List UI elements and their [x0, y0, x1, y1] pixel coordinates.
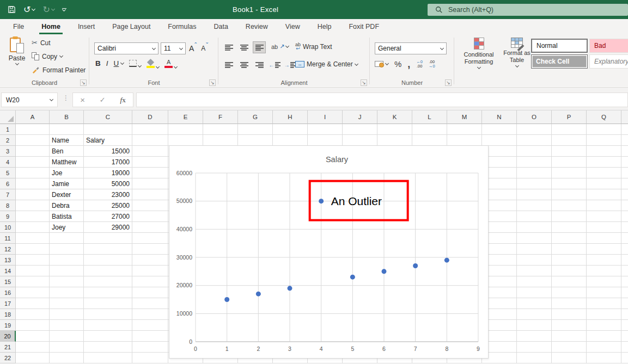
cell-Q6[interactable] [587, 178, 621, 189]
select-all-button[interactable] [0, 110, 16, 124]
cell-x16[interactable] [621, 287, 628, 298]
copy-button[interactable]: Copy [32, 52, 63, 60]
save-button[interactable] [8, 5, 16, 14]
cell-C8[interactable]: 25000 [84, 200, 132, 211]
cell-D2[interactable] [132, 135, 168, 146]
cell-x2[interactable] [621, 135, 628, 146]
cell-D3[interactable] [132, 146, 168, 157]
customize-quick-access-button[interactable] [62, 8, 66, 11]
cell-C19[interactable] [84, 320, 132, 331]
format-as-table-button[interactable]: Format as Table [501, 38, 533, 67]
column-header-N[interactable]: N [482, 110, 517, 124]
decrease-decimal-button[interactable]: .00→0 [429, 60, 435, 69]
enter-button[interactable]: ✓ [100, 96, 106, 104]
cell-B6[interactable]: Jamie [50, 178, 84, 189]
cell-O7[interactable] [517, 189, 552, 200]
cell-B13[interactable] [50, 255, 84, 266]
cell-E1[interactable] [168, 124, 203, 135]
column-header-D[interactable]: D [132, 110, 168, 124]
cell-B1[interactable] [50, 124, 84, 135]
row-header-16[interactable]: 16 [0, 287, 16, 298]
cell-Q2[interactable] [587, 135, 621, 146]
cell-x19[interactable] [621, 320, 628, 331]
insert-function-button[interactable]: fx [120, 96, 126, 104]
cell-I2[interactable] [308, 135, 343, 146]
cell-L1[interactable] [412, 124, 447, 135]
cell-Q4[interactable] [587, 157, 621, 168]
cell-Q1[interactable] [587, 124, 621, 135]
column-header-O[interactable]: O [517, 110, 552, 124]
row-header-3[interactable]: 3 [0, 146, 16, 157]
cell-A15[interactable] [16, 276, 50, 287]
cell-C7[interactable]: 23000 [84, 189, 132, 200]
cell-G2[interactable] [238, 135, 273, 146]
cell-B16[interactable] [50, 287, 84, 298]
column-header-C[interactable]: C [84, 110, 132, 124]
italic-button[interactable]: I [106, 59, 108, 67]
decrease-indent-button[interactable]: ← [268, 59, 281, 71]
cell-x14[interactable] [621, 266, 628, 276]
increase-indent-button[interactable]: → [283, 59, 296, 71]
font-name-select[interactable]: Calibri [94, 42, 158, 54]
tab-help[interactable]: Help [309, 19, 340, 34]
chevron-down-icon[interactable] [385, 61, 389, 65]
cell-M1[interactable] [447, 124, 482, 135]
row-header-4[interactable]: 4 [0, 157, 16, 168]
cell-O15[interactable] [517, 276, 552, 287]
cell-x3[interactable] [621, 146, 628, 157]
tab-formulas[interactable]: Formulas [159, 19, 205, 34]
cell-D16[interactable] [132, 287, 168, 298]
cell-B7[interactable]: Dexter [50, 189, 84, 200]
cell-Q13[interactable] [587, 255, 621, 266]
cell-O18[interactable] [517, 309, 552, 320]
cell-N1[interactable] [482, 124, 517, 135]
cancel-button[interactable]: × [80, 95, 85, 104]
chevron-down-icon[interactable] [138, 64, 142, 67]
cell-C20[interactable] [84, 331, 132, 342]
cell-O19[interactable] [517, 320, 552, 331]
cell-A14[interactable] [16, 266, 50, 276]
cell-O13[interactable] [517, 255, 552, 266]
scatter-point[interactable] [288, 286, 292, 291]
number-format-select[interactable]: General [375, 42, 447, 54]
tab-insert[interactable]: Insert [69, 19, 103, 34]
cell-x18[interactable] [621, 309, 628, 320]
scatter-point[interactable] [382, 269, 387, 274]
cell-O17[interactable] [517, 298, 552, 309]
cell-x15[interactable] [621, 276, 628, 287]
cell-E2[interactable] [168, 135, 203, 146]
cell-D1[interactable] [132, 124, 168, 135]
cell-x17[interactable] [621, 298, 628, 309]
cell-C1[interactable] [84, 124, 132, 135]
cell-O6[interactable] [517, 178, 552, 189]
cell-C6[interactable]: 50000 [84, 178, 132, 189]
cell-Q16[interactable] [587, 287, 621, 298]
cell-A12[interactable] [16, 244, 50, 255]
cell-x5[interactable] [621, 168, 628, 178]
align-center-button[interactable] [237, 59, 251, 71]
tab-view[interactable]: View [277, 19, 309, 34]
percent-style-button[interactable]: % [394, 59, 401, 69]
cell-A17[interactable] [16, 298, 50, 309]
cell-O2[interactable] [517, 135, 552, 146]
cell-x7[interactable] [621, 189, 628, 200]
cell-C10[interactable]: 29000 [84, 222, 132, 233]
cell-D21[interactable] [132, 342, 168, 353]
chevron-down-icon[interactable] [156, 64, 160, 68]
conditional-formatting-button[interactable]: Conditional Formatting [458, 38, 499, 69]
cell-B2[interactable]: Name [50, 135, 84, 146]
merge-center-button[interactable]: ↔ Merge & Center [295, 60, 358, 68]
row-header-13[interactable]: 13 [0, 255, 16, 266]
cell-D5[interactable] [132, 168, 168, 178]
cell-x4[interactable] [621, 157, 628, 168]
cell-B18[interactable] [50, 309, 84, 320]
cell-P2[interactable] [552, 135, 587, 146]
cell-P11[interactable] [552, 233, 587, 244]
orientation-button[interactable]: ab↗ [271, 43, 289, 50]
cell-P14[interactable] [552, 266, 587, 276]
column-header-P[interactable]: P [552, 110, 587, 124]
cell-C17[interactable] [84, 298, 132, 309]
column-header-partial[interactable] [621, 110, 628, 124]
fill-color-button[interactable] [147, 59, 159, 68]
cell-A4[interactable] [16, 157, 50, 168]
